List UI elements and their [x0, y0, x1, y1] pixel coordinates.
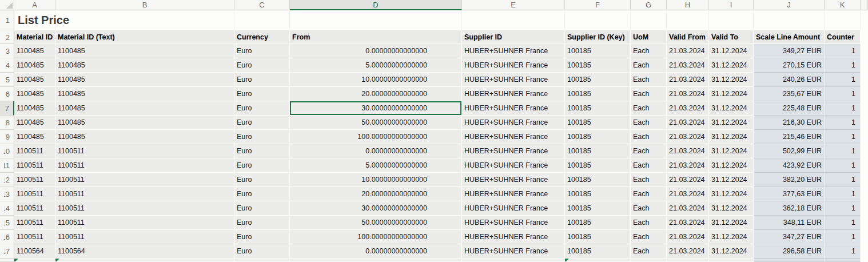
cell-G9[interactable]: Each	[631, 130, 667, 144]
cell-A7[interactable]: 1100485	[14, 101, 55, 116]
cell-F10[interactable]: 100185	[565, 144, 631, 158]
cell-D11[interactable]: 5.00000000000000	[290, 158, 462, 173]
cell-F17[interactable]: 100185	[565, 244, 631, 259]
cell-C15[interactable]: Euro	[234, 216, 290, 230]
cell-F12[interactable]: 100185	[565, 173, 631, 187]
row-header-10[interactable]: 10	[0, 144, 14, 158]
cell-A13[interactable]: 1100511	[14, 187, 55, 201]
cell-E10[interactable]: HUBER+SUHNER France	[462, 144, 565, 158]
header-counter[interactable]: Counter	[825, 30, 861, 44]
cell-B15[interactable]: 1100511	[55, 216, 234, 230]
cell-I3[interactable]: 31.12.2024	[709, 44, 754, 58]
cell-A11[interactable]: 1100511	[14, 158, 55, 173]
cell-empty[interactable]	[861, 73, 868, 87]
cell-C6[interactable]: Euro	[234, 87, 290, 101]
cell-empty[interactable]	[861, 201, 868, 216]
cell-B17[interactable]: 1100564	[55, 244, 234, 259]
cell-E17[interactable]: HUBER+SUHNER France	[462, 244, 565, 259]
cell-E13[interactable]: HUBER+SUHNER France	[462, 187, 565, 201]
cell-A4[interactable]: 1100485	[14, 58, 55, 73]
cell-A9[interactable]: 1100485	[14, 130, 55, 144]
cell-D12[interactable]: 10.00000000000000	[290, 173, 462, 187]
cell-empty[interactable]	[861, 101, 868, 116]
cell-A15[interactable]: 1100511	[14, 216, 55, 230]
cell-J17[interactable]: 296,58 EUR	[754, 244, 825, 259]
cell-E12[interactable]: HUBER+SUHNER France	[462, 173, 565, 187]
cell-A14[interactable]: 1100511	[14, 201, 55, 216]
row-header-13[interactable]: 13	[0, 187, 14, 201]
cell-E15[interactable]: HUBER+SUHNER France	[462, 216, 565, 230]
cell-B8[interactable]: 1100485	[55, 116, 234, 130]
cell-A16[interactable]: 1100511	[14, 230, 55, 244]
cell-B12[interactable]: 1100511	[55, 173, 234, 187]
cell-K12[interactable]: 1	[825, 173, 861, 187]
cell-G4[interactable]: Each	[631, 58, 667, 73]
cell-B7[interactable]: 1100485	[55, 101, 234, 116]
cell-D13[interactable]: 20.00000000000000	[290, 187, 462, 201]
cell-A8[interactable]: 1100485	[14, 116, 55, 130]
cell-J12[interactable]: 382,20 EUR	[754, 173, 825, 187]
header-material-id-text[interactable]: Material ID (Text)	[55, 30, 234, 44]
row-header-17[interactable]: 17	[0, 244, 14, 259]
cell-I4[interactable]: 31.12.2024	[709, 58, 754, 73]
cell-empty[interactable]	[861, 187, 868, 201]
cell-H6[interactable]: 21.03.2024	[667, 87, 709, 101]
cell-D3[interactable]: 0.00000000000000	[290, 44, 462, 58]
column-header-partial[interactable]	[861, 0, 868, 10]
cell-C8[interactable]: Euro	[234, 116, 290, 130]
cell-empty[interactable]	[861, 44, 868, 58]
row-header-5[interactable]: 5	[0, 73, 14, 87]
cell-empty[interactable]	[861, 173, 868, 187]
cell-C10[interactable]: Euro	[234, 144, 290, 158]
cell-F13[interactable]: 100185	[565, 187, 631, 201]
cell-J3[interactable]: 349,27 EUR	[754, 44, 825, 58]
row-header-16[interactable]: 16	[0, 230, 14, 244]
cell-H11[interactable]: 21.03.2024	[667, 158, 709, 173]
cell-empty[interactable]	[861, 244, 868, 259]
cell-J7[interactable]: 225,48 EUR	[754, 101, 825, 116]
column-header-b[interactable]: B	[55, 0, 234, 10]
title-row-cell[interactable]	[462, 10, 565, 30]
cell-K6[interactable]: 1	[825, 87, 861, 101]
cell-D18[interactable]	[290, 259, 462, 262]
cell-B9[interactable]: 1100485	[55, 130, 234, 144]
cell-H9[interactable]: 21.03.2024	[667, 130, 709, 144]
cell-C17[interactable]: Euro	[234, 244, 290, 259]
cell-F5[interactable]: 100185	[565, 73, 631, 87]
header-cell-empty[interactable]	[861, 30, 868, 44]
cell-F15[interactable]: 100185	[565, 216, 631, 230]
header-valid-from[interactable]: Valid From	[667, 30, 709, 44]
cell-E4[interactable]: HUBER+SUHNER France	[462, 58, 565, 73]
cell-B10[interactable]: 1100511	[55, 144, 234, 158]
header-material-id[interactable]: Material ID	[14, 30, 55, 44]
cell-C11[interactable]: Euro	[234, 158, 290, 173]
cell-I6[interactable]: 31.12.2024	[709, 87, 754, 101]
cell-H14[interactable]: 21.03.2024	[667, 201, 709, 216]
cell-H4[interactable]: 21.03.2024	[667, 58, 709, 73]
cell-F14[interactable]: 100185	[565, 201, 631, 216]
cell-A17[interactable]: 1100564	[14, 244, 55, 259]
cell-E18[interactable]	[462, 259, 565, 262]
cell-C9[interactable]: Euro	[234, 130, 290, 144]
cell-D4[interactable]: 5.00000000000000	[290, 58, 462, 73]
cell-D5[interactable]: 10.00000000000000	[290, 73, 462, 87]
cell-K5[interactable]: 1	[825, 73, 861, 87]
cell-C3[interactable]: Euro	[234, 44, 290, 58]
row-header-2[interactable]: 2	[0, 30, 14, 44]
cell-D17[interactable]: 0.00000000000000	[290, 244, 462, 259]
cell-F4[interactable]: 100185	[565, 58, 631, 73]
cell-C12[interactable]: Euro	[234, 173, 290, 187]
title-row-cell[interactable]	[709, 10, 754, 30]
column-header-f[interactable]: F	[565, 0, 631, 10]
cell-G6[interactable]: Each	[631, 87, 667, 101]
cell-G10[interactable]: Each	[631, 144, 667, 158]
cell-empty[interactable]	[861, 87, 868, 101]
cell-K7[interactable]: 1	[825, 101, 861, 116]
cell-J8[interactable]: 216,30 EUR	[754, 116, 825, 130]
cell-I13[interactable]: 31.12.2024	[709, 187, 754, 201]
row-header-3[interactable]: 3	[0, 44, 14, 58]
header-supplier-id[interactable]: Supplier ID	[462, 30, 565, 44]
cell-C18[interactable]	[234, 259, 290, 262]
cell-A18[interactable]	[14, 259, 55, 262]
cell-K8[interactable]: 1	[825, 116, 861, 130]
